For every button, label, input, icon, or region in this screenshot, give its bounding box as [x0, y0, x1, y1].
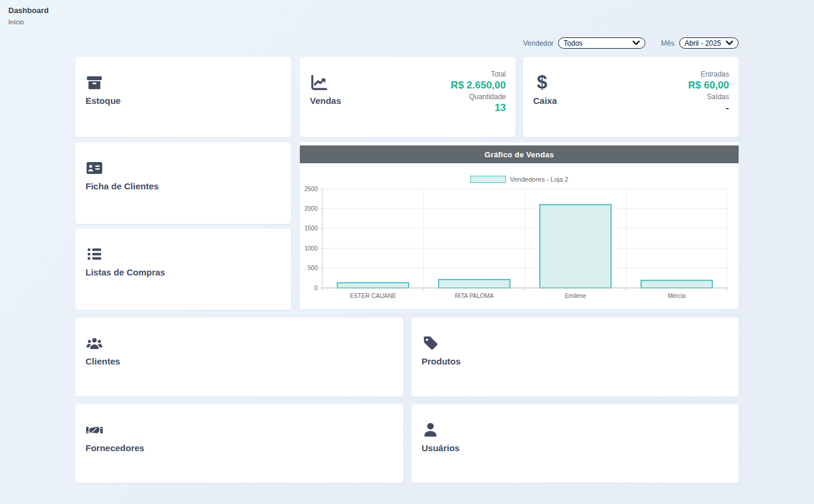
- svg-text:0: 0: [314, 285, 318, 291]
- card-usuarios[interactable]: Usuários: [411, 404, 739, 483]
- caixa-stats: Entradas R$ 60,00 Saídas -: [688, 69, 729, 128]
- card-estoque[interactable]: Estoque: [75, 57, 291, 137]
- card-caixa-left: $ Caixa: [533, 74, 557, 128]
- svg-text:Mércia: Mércia: [668, 293, 686, 299]
- legend-label: Vendedores - Loja 2: [510, 176, 568, 183]
- card-usuarios-label: Usuários: [422, 443, 729, 453]
- handshake-icon: [85, 421, 103, 439]
- card-vendas-label: Vendas: [310, 96, 341, 106]
- address-card-icon: [85, 159, 103, 177]
- caixa-saidas-label: Saídas: [688, 93, 729, 102]
- vendedor-select-value: Todos: [563, 39, 582, 47]
- card-listas-de-compras[interactable]: Listas de Compras: [75, 229, 291, 310]
- caixa-entradas-value: R$ 60,00: [688, 79, 729, 91]
- svg-text:Emilene: Emilene: [565, 293, 587, 299]
- vendas-stats: Total R$ 2.650,00 Quantidade 13: [451, 69, 506, 128]
- chart-panel-title: Gráfico de Vendas: [300, 145, 739, 163]
- chevron-down-icon: [632, 40, 640, 46]
- svg-text:2500: 2500: [305, 186, 318, 192]
- chevron-down-icon: [726, 40, 733, 46]
- tag-icon: [422, 334, 439, 352]
- svg-text:2000: 2000: [305, 205, 318, 212]
- card-fornecedores[interactable]: Fornecedores: [75, 404, 403, 483]
- card-ficha-de-clientes[interactable]: Ficha de Clientes: [75, 142, 291, 224]
- mes-select[interactable]: Abril - 2025: [679, 37, 739, 49]
- page-title: Dashboard: [8, 6, 49, 15]
- filters-bar: Vendedor Todos Mês Abril - 2025: [523, 37, 739, 49]
- caixa-entradas-label: Entradas: [688, 70, 729, 79]
- vendas-quantidade-value: 13: [451, 102, 506, 114]
- card-clientes[interactable]: Clientes: [75, 318, 403, 397]
- svg-text:RITA PALOMA: RITA PALOMA: [455, 293, 494, 299]
- vendas-total-value: R$ 2.650,00: [451, 79, 506, 91]
- vendas-total-label: Total: [451, 70, 506, 79]
- card-caixa[interactable]: $ Caixa Entradas R$ 60,00 Saídas -: [523, 57, 739, 137]
- vendedor-label: Vendedor: [523, 39, 553, 47]
- mes-select-value: Abril - 2025: [685, 39, 721, 47]
- caixa-saidas-value: -: [688, 102, 729, 114]
- breadcrumb[interactable]: Início: [8, 18, 49, 26]
- svg-text:$: $: [537, 74, 547, 91]
- user-icon: [422, 421, 439, 439]
- dollar-sign-icon: $: [533, 74, 551, 91]
- svg-text:ESTER CAUANE: ESTER CAUANE: [350, 293, 396, 299]
- chart-legend[interactable]: Vendedores - Loja 2: [300, 176, 739, 183]
- users-icon: [85, 334, 103, 352]
- vendas-quantidade-label: Quantidade: [451, 93, 506, 102]
- mes-label: Mês: [661, 39, 674, 47]
- svg-text:1500: 1500: [305, 225, 318, 232]
- list-icon: [85, 245, 103, 263]
- page-header: Dashboard Início: [8, 6, 49, 26]
- sales-chart-panel: Gráfico de Vendas Vendedores - Loja 2 05…: [300, 142, 739, 309]
- card-listas-label: Listas de Compras: [85, 267, 281, 277]
- bar-chart: 05001000150020002500ESTER CAUANERITA PAL…: [300, 184, 739, 309]
- card-produtos[interactable]: Produtos: [411, 318, 739, 397]
- box-archive-icon: [85, 74, 103, 91]
- card-vendas[interactable]: Vendas Total R$ 2.650,00 Quantidade 13: [300, 57, 515, 137]
- card-vendas-left: Vendas: [310, 74, 341, 128]
- legend-color-box: [470, 176, 506, 183]
- card-estoque-label: Estoque: [85, 96, 281, 106]
- card-clientes-label: Clientes: [85, 356, 394, 366]
- card-fornecedores-label: Fornecedores: [85, 443, 394, 453]
- card-caixa-label: Caixa: [533, 96, 557, 106]
- vendedor-select[interactable]: Todos: [558, 37, 645, 49]
- svg-text:500: 500: [308, 265, 318, 271]
- chart-line-icon: [310, 74, 328, 91]
- card-produtos-label: Produtos: [422, 356, 729, 366]
- card-ficha-label: Ficha de Clientes: [85, 181, 281, 191]
- svg-text:1000: 1000: [305, 245, 318, 252]
